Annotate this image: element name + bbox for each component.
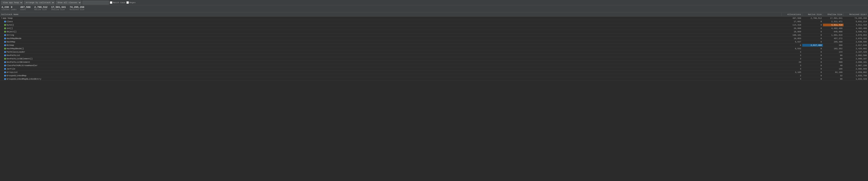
cell-native: 0	[802, 24, 823, 26]
table-container: Callstack Name Allocations Native Size S…	[0, 12, 868, 81]
cell-native: 0	[802, 64, 823, 67]
cell-alloc: 19,053	[782, 37, 802, 40]
cell-retained: 2,090,187	[844, 57, 868, 60]
table-row[interactable]: GroupedLinkedMap 2 0 32 1,833,756	[0, 74, 868, 78]
regex-label[interactable]: Regex	[126, 1, 135, 4]
cell-name: ClassPathURLStreamHandler	[0, 64, 782, 67]
cell-native: 0	[802, 34, 823, 36]
col-header-name[interactable]: Callstack Name	[0, 13, 782, 16]
match-case-checkbox[interactable]	[110, 1, 112, 4]
arrange-select[interactable]: Arrange by callstack	[24, 1, 55, 4]
class-icon	[4, 34, 6, 36]
table-row[interactable]: String 100,101 0 1,601,616 3,076,653	[0, 33, 868, 37]
cell-retained: 2,087,156	[844, 64, 868, 67]
show-select[interactable]: Show all classes	[56, 1, 81, 4]
cell-name: Object[]	[0, 30, 782, 33]
cell-name: PathClassLoader	[0, 51, 782, 53]
cell-shallow: 186	[823, 68, 844, 70]
leaks-stat: 0 Leaks	[11, 6, 17, 11]
cell-native: 0	[802, 71, 823, 73]
cell-name: HashMap	[0, 40, 782, 43]
cell-shallow: 500	[823, 61, 844, 63]
cell-retained: 3,076,653	[844, 34, 868, 36]
col-header-native-size[interactable]: Native Size	[802, 13, 823, 16]
cell-alloc: 3	[782, 57, 802, 60]
native-size-stat: 2,708,512 Native Size	[34, 6, 48, 11]
class-icon	[4, 71, 6, 73]
retained-size-label: Retained Size	[70, 9, 84, 11]
cell-alloc: 3	[782, 68, 802, 70]
stats-bar: 4,230 Classes 0 Leaks 407,568 Count 2,70…	[0, 5, 868, 12]
cell-alloc: 3	[782, 64, 802, 67]
shallow-size-value: 17,501,641	[51, 6, 66, 9]
table-row[interactable]: Class 17,601 0 2,311,471 5,031,214	[0, 20, 868, 23]
cell-native: 0	[802, 20, 823, 23]
cell-alloc: 6,637	[782, 40, 802, 43]
cell-native: 0	[802, 47, 823, 50]
expand-icon[interactable]: ▼	[1, 17, 2, 19]
search-input[interactable]	[83, 1, 109, 4]
table-row[interactable]: DexPathList 3 0 96 2,092,596	[0, 54, 868, 57]
cell-alloc: 407,568	[782, 17, 802, 20]
match-case-label[interactable]: Match Case	[110, 1, 125, 4]
cell-native: 0	[802, 37, 823, 40]
table-row[interactable]: byte[] 114,310 0 4,911,410 4,911,410	[0, 23, 868, 27]
cell-alloc: 26,998	[782, 27, 802, 30]
table-row[interactable]: GroupedLinkedMap$LinkedEntry 4 0 96 1,83…	[0, 78, 868, 81]
cell-retained: 4,911,410	[844, 24, 868, 26]
cell-retained: 74,265,268	[844, 17, 868, 20]
table-row[interactable]: DexPathList$Element[] 3 0 80 2,090,187	[0, 57, 868, 60]
cell-name: HashMap$Node	[0, 37, 782, 40]
cell-alloc: 8	[782, 44, 802, 47]
table-body[interactable]: ▼ app heap 407,568 2,708,512 17,501,641 …	[0, 17, 868, 81]
count-value: 407,568	[20, 6, 31, 9]
cell-shallow: 182,352	[823, 47, 844, 50]
cell-alloc: 6,532	[782, 47, 802, 50]
cell-retained: 1,833,428	[844, 78, 868, 80]
table-row[interactable]: HashMap$Node[] 6,532 0 182,352 2,426,802	[0, 47, 868, 50]
table-row[interactable]: Bitmap 8 2,617,480 368 2,617,848	[0, 43, 868, 47]
cell-retained: 2,090,101	[844, 61, 868, 63]
leaks-label: Leaks	[11, 9, 17, 11]
col-header-allocations[interactable]: Allocations	[782, 13, 802, 16]
classes-value: 4,230	[1, 6, 9, 9]
cell-name: HashMap$Node[]	[0, 47, 782, 50]
cell-name: GroupedLinkedMap	[0, 74, 782, 77]
cell-name: DexPathList$Element[]	[0, 57, 782, 60]
class-icon	[4, 75, 6, 77]
table-row[interactable]: HashMap$Node 19,053 0 457,272 2,876,152	[0, 37, 868, 40]
table-row[interactable]: ▼ app heap 407,568 2,708,512 17,501,641 …	[0, 17, 868, 20]
table-row[interactable]: Object[] 18,869 0 645,008 3,596,411	[0, 30, 868, 33]
array-icon	[4, 31, 6, 33]
cell-native: 0	[802, 57, 823, 60]
col-header-shallow-size[interactable]: Shallow Size	[823, 13, 844, 16]
cell-shallow: 32	[823, 74, 844, 77]
class-icon	[4, 61, 6, 63]
table-row[interactable]: JarFile 3 0 186 2,086,809	[0, 67, 868, 70]
cell-shallow: 48	[823, 64, 844, 67]
regex-checkbox[interactable]	[126, 1, 129, 4]
table-row[interactable]: ClassPathURLStreamHandler 3 0 48 2,087,1…	[0, 64, 868, 67]
cell-shallow: 80	[823, 57, 844, 60]
main-container: View app heap Arrange by callstack Show …	[0, 0, 868, 81]
count-label: Count	[20, 9, 31, 11]
table-row[interactable]: ArrayList 3,105 0 62,100 2,059,802	[0, 70, 868, 74]
cell-alloc: 114,310	[782, 24, 802, 26]
col-header-retained-size[interactable]: Retained Size ▼	[844, 13, 868, 16]
cell-shallow: 96	[823, 54, 844, 57]
table-row[interactable]: int[] 26,998 0 4,482,408 4,482,408	[0, 27, 868, 30]
view-select[interactable]: View app heap	[1, 1, 23, 4]
table-row[interactable]: PathClassLoader 3 0 144 2,167,429	[0, 50, 868, 54]
array-icon	[4, 24, 6, 26]
cell-shallow: 4,911,410	[823, 24, 844, 26]
cell-retained: 2,617,848	[844, 44, 868, 47]
cell-shallow: 368	[823, 44, 844, 47]
classes-leaks-stat: 4,230 Classes 0 Leaks	[1, 6, 17, 11]
cell-shallow: 457,272	[823, 37, 844, 40]
cell-shallow: 2,311,471	[823, 20, 844, 23]
table-row[interactable]: HashMap 6,637 0 265,480 2,630,596	[0, 40, 868, 43]
cell-retained: 3,596,411	[844, 30, 868, 33]
cell-retained: 2,876,152	[844, 37, 868, 40]
table-row[interactable]: DexPathList$Element 20 0 500 2,090,101	[0, 60, 868, 64]
cell-alloc: 3,105	[782, 71, 802, 73]
